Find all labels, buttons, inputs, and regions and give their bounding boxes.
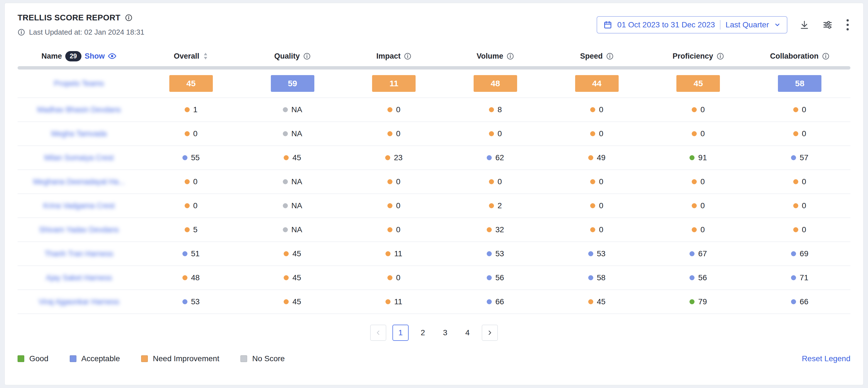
score-group: 71 [791,273,808,282]
column-header-volume: Volume [444,52,546,61]
date-range-selector[interactable]: 01 Oct 2023 to 31 Dec 2023 Last Quarter [597,16,787,33]
trellis-report-card: TRELLIS SCORE REPORT Last Updated at: 02… [4,3,864,385]
header-controls: 01 Oct 2023 to 31 Dec 2023 Last Quarter [597,16,850,33]
score-dot [487,155,492,160]
member-name-link[interactable]: Meghana Deenadayal Ha... [33,178,125,186]
pagination-page-3[interactable]: 3 [437,325,453,341]
score-dot [588,299,593,304]
proficiency-info-icon[interactable] [717,53,724,60]
score-dot [793,227,798,232]
score-value: NA [291,129,302,138]
member-name-link[interactable]: Shivam Yadav Devdans [39,226,119,234]
score-value: 53 [597,249,606,258]
pagination-prev-button[interactable] [370,325,386,341]
score-cell: 0 [749,177,850,186]
score-value: 45 [292,249,301,258]
pagination-page-2[interactable]: 2 [415,325,431,341]
score-value: 55 [191,153,200,162]
member-name-link[interactable]: Megha Tamvada [51,129,106,138]
score-dot [793,131,798,136]
score-group: 0 [388,105,401,114]
last-updated-info-icon [18,28,25,36]
score-group: 0 [388,177,401,186]
widget-settings-button[interactable] [822,19,834,31]
name-cell: Ajay Saket Harness [18,273,140,282]
score-value: 0 [599,201,603,210]
collaboration-info-icon[interactable] [822,53,830,60]
score-value: 45 [292,153,301,162]
pagination-next-button[interactable] [482,325,498,341]
legend-item-no-score[interactable]: No Score [241,354,285,363]
score-value: 5 [193,225,198,234]
impact-score-badge: 11 [372,75,415,92]
download-button[interactable] [799,19,810,31]
score-value: 0 [802,129,806,138]
pagination-page-1[interactable]: 1 [393,325,409,341]
calendar-icon [603,20,612,29]
more-options-button[interactable] [845,18,850,32]
quality-header-label: Quality [274,52,300,61]
score-group: 0 [590,129,603,138]
impact-info-icon[interactable] [404,53,411,60]
score-group: 51 [182,249,200,258]
name-cell: Shivam Yadav Devdans [18,226,140,234]
team-name-link[interactable]: Propelo Teams [54,79,104,88]
speed-header-label: Speed [580,52,603,61]
score-group: 0 [388,129,401,138]
member-name-link[interactable]: Krina Vadgama Crest [43,202,115,210]
score-cell: 11 [343,249,444,258]
score-cell: 0 [343,105,444,114]
score-cell: NA [242,105,343,114]
score-value: 48 [191,273,200,282]
score-cell: 45 [648,75,749,92]
speed-info-icon[interactable] [606,53,614,60]
score-group: 45 [284,273,301,282]
sort-icon [203,52,208,60]
score-cell: 45 [546,297,648,306]
score-group: 45 [284,153,301,162]
member-name-link[interactable]: Thanh Tran Harness [44,249,113,258]
table-row: Krina Vadgama Crest 0 NA 0 2 0 0 0 [18,194,850,218]
legend-item-need-improvement[interactable]: Need Improvement [141,354,219,363]
name-cell: Milan Somaiya Crest [18,153,140,162]
score-group: 69 [791,249,808,258]
member-name-link[interactable]: Viraj Ajgaonkar Harness [38,298,119,306]
score-value: 62 [495,153,504,162]
score-dot [283,107,288,112]
score-group: 0 [185,201,198,210]
score-group: 55 [182,153,200,162]
volume-score-badge: 48 [474,75,517,92]
member-name-link[interactable]: Milan Somaiya Crest [44,153,114,162]
score-group: 32 [487,225,504,234]
score-cell: 55 [140,153,242,162]
date-range-text: 01 Oct 2023 to 31 Dec 2023 [617,20,715,29]
horizontal-scrollbar[interactable] [18,66,850,69]
pagination-page-4[interactable]: 4 [459,325,475,341]
score-cell: 1 [140,105,242,114]
chevron-left-icon [375,330,381,336]
score-group: 0 [489,129,502,138]
volume-header-label: Volume [477,52,503,61]
quality-info-icon[interactable] [303,53,311,60]
score-value: 0 [396,225,401,234]
reset-legend-link[interactable]: Reset Legend [802,354,850,363]
score-group: 0 [793,105,806,114]
column-header-overall[interactable]: Overall [140,52,242,61]
score-value: 0 [396,201,401,210]
show-names-toggle[interactable]: Show [85,52,117,61]
score-cell: 49 [546,153,648,162]
table-header-row: Name 29 Show Overall Quality [18,46,850,66]
score-group: 0 [590,177,603,186]
legend-item-acceptable[interactable]: Acceptable [70,354,120,363]
member-name-link[interactable]: Ajay Saket Harness [46,273,112,282]
title-info-icon[interactable] [125,14,132,22]
score-cell: 0 [648,129,749,138]
member-name-link[interactable]: Madhav Bhasin Devdans [37,106,121,114]
legend-item-good[interactable]: Good [18,354,49,363]
table-row: Ajay Saket Harness 48 45 0 56 58 56 71 [18,266,850,290]
score-group: 45 [284,249,301,258]
volume-info-icon[interactable] [506,53,514,60]
score-value: 0 [498,129,502,138]
score-value: 71 [800,273,808,282]
score-dot [284,275,289,280]
